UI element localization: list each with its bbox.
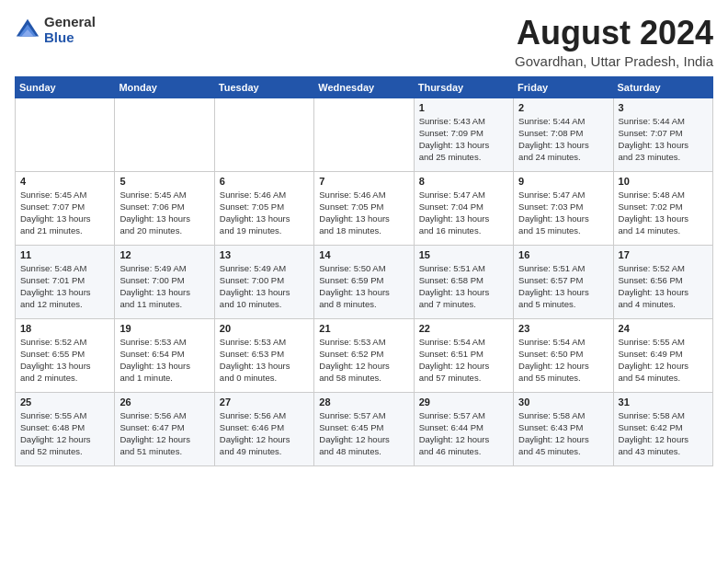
calendar-cell: 5Sunrise: 5:45 AMSunset: 7:06 PMDaylight… <box>115 171 214 245</box>
calendar-header: SundayMondayTuesdayWednesdayThursdayFrid… <box>16 76 713 98</box>
day-info: Sunrise: 5:44 AMSunset: 7:08 PMDaylight:… <box>518 115 608 164</box>
header-cell-thursday: Thursday <box>414 76 513 98</box>
day-number: 7 <box>319 176 408 187</box>
calendar-cell: 25Sunrise: 5:55 AMSunset: 6:48 PMDayligh… <box>16 392 115 465</box>
day-number: 21 <box>319 323 408 334</box>
calendar-cell <box>115 98 214 171</box>
day-info: Sunrise: 5:58 AMSunset: 6:42 PMDaylight:… <box>619 409 708 458</box>
day-info: Sunrise: 5:53 AMSunset: 6:52 PMDaylight:… <box>319 336 408 385</box>
day-number: 24 <box>619 323 708 334</box>
day-number: 1 <box>419 102 508 113</box>
day-number: 13 <box>220 249 309 260</box>
day-info: Sunrise: 5:51 AMSunset: 6:58 PMDaylight:… <box>419 262 508 311</box>
title-block: August 2024 Govardhan, Uttar Pradesh, In… <box>515 15 713 69</box>
day-info: Sunrise: 5:55 AMSunset: 6:49 PMDaylight:… <box>619 336 708 385</box>
calendar-cell: 27Sunrise: 5:56 AMSunset: 6:46 PMDayligh… <box>214 392 313 465</box>
day-info: Sunrise: 5:46 AMSunset: 7:05 PMDaylight:… <box>220 189 309 237</box>
day-info: Sunrise: 5:52 AMSunset: 6:56 PMDaylight:… <box>619 262 708 311</box>
day-info: Sunrise: 5:43 AMSunset: 7:09 PMDaylight:… <box>419 115 508 164</box>
calendar-cell: 9Sunrise: 5:47 AMSunset: 7:03 PMDaylight… <box>514 171 613 245</box>
calendar-week-row: 11Sunrise: 5:48 AMSunset: 7:01 PMDayligh… <box>16 245 713 318</box>
calendar-cell <box>214 98 313 171</box>
calendar-cell: 30Sunrise: 5:58 AMSunset: 6:43 PMDayligh… <box>514 392 613 465</box>
day-info: Sunrise: 5:45 AMSunset: 7:06 PMDaylight:… <box>119 189 209 237</box>
header-cell-monday: Monday <box>115 76 214 98</box>
logo-general: General <box>44 15 96 30</box>
calendar-cell <box>16 98 115 171</box>
month-year-title: August 2024 <box>515 15 713 52</box>
day-info: Sunrise: 5:50 AMSunset: 6:59 PMDaylight:… <box>319 262 408 311</box>
day-number: 9 <box>518 176 608 187</box>
header-cell-wednesday: Wednesday <box>314 76 414 98</box>
calendar-cell: 7Sunrise: 5:46 AMSunset: 7:05 PMDaylight… <box>314 171 414 245</box>
calendar-cell: 11Sunrise: 5:48 AMSunset: 7:01 PMDayligh… <box>16 245 115 318</box>
calendar-cell: 2Sunrise: 5:44 AMSunset: 7:08 PMDaylight… <box>514 98 613 171</box>
calendar-cell: 6Sunrise: 5:46 AMSunset: 7:05 PMDaylight… <box>214 171 313 245</box>
day-number: 2 <box>518 102 608 113</box>
day-number: 28 <box>319 396 408 408</box>
calendar-cell: 1Sunrise: 5:43 AMSunset: 7:09 PMDaylight… <box>414 98 513 171</box>
day-info: Sunrise: 5:46 AMSunset: 7:05 PMDaylight:… <box>319 189 408 237</box>
calendar-cell: 15Sunrise: 5:51 AMSunset: 6:58 PMDayligh… <box>414 245 513 318</box>
logo-blue: Blue <box>44 30 96 46</box>
day-info: Sunrise: 5:56 AMSunset: 6:47 PMDaylight:… <box>119 409 209 458</box>
day-number: 11 <box>20 249 109 260</box>
day-number: 16 <box>518 249 608 260</box>
logo-icon <box>15 17 40 43</box>
calendar-cell: 18Sunrise: 5:52 AMSunset: 6:55 PMDayligh… <box>16 318 115 392</box>
day-info: Sunrise: 5:55 AMSunset: 6:48 PMDaylight:… <box>20 409 109 458</box>
calendar-cell: 14Sunrise: 5:50 AMSunset: 6:59 PMDayligh… <box>314 245 414 318</box>
day-info: Sunrise: 5:49 AMSunset: 7:00 PMDaylight:… <box>119 262 209 311</box>
calendar-week-row: 4Sunrise: 5:45 AMSunset: 7:07 PMDaylight… <box>16 171 713 245</box>
day-number: 3 <box>619 102 708 113</box>
calendar-cell: 8Sunrise: 5:47 AMSunset: 7:04 PMDaylight… <box>414 171 513 245</box>
day-info: Sunrise: 5:48 AMSunset: 7:02 PMDaylight:… <box>619 189 708 237</box>
calendar-cell: 21Sunrise: 5:53 AMSunset: 6:52 PMDayligh… <box>314 318 414 392</box>
day-number: 4 <box>20 176 109 187</box>
day-number: 8 <box>419 176 508 187</box>
calendar-cell: 22Sunrise: 5:54 AMSunset: 6:51 PMDayligh… <box>414 318 513 392</box>
calendar-cell: 10Sunrise: 5:48 AMSunset: 7:02 PMDayligh… <box>613 171 712 245</box>
day-number: 17 <box>619 249 708 260</box>
day-info: Sunrise: 5:45 AMSunset: 7:07 PMDaylight:… <box>20 189 109 237</box>
header-cell-tuesday: Tuesday <box>214 76 313 98</box>
day-info: Sunrise: 5:47 AMSunset: 7:04 PMDaylight:… <box>419 189 508 237</box>
calendar-cell: 26Sunrise: 5:56 AMSunset: 6:47 PMDayligh… <box>115 392 214 465</box>
day-number: 30 <box>518 396 608 408</box>
calendar-cell: 3Sunrise: 5:44 AMSunset: 7:07 PMDaylight… <box>613 98 712 171</box>
day-number: 12 <box>119 249 209 260</box>
day-info: Sunrise: 5:52 AMSunset: 6:55 PMDaylight:… <box>20 336 109 385</box>
calendar-cell: 13Sunrise: 5:49 AMSunset: 7:00 PMDayligh… <box>214 245 313 318</box>
calendar-cell: 19Sunrise: 5:53 AMSunset: 6:54 PMDayligh… <box>115 318 214 392</box>
calendar-cell: 28Sunrise: 5:57 AMSunset: 6:45 PMDayligh… <box>314 392 414 465</box>
calendar-cell <box>314 98 414 171</box>
calendar-cell: 24Sunrise: 5:55 AMSunset: 6:49 PMDayligh… <box>613 318 712 392</box>
calendar-cell: 23Sunrise: 5:54 AMSunset: 6:50 PMDayligh… <box>514 318 613 392</box>
day-number: 5 <box>119 176 209 187</box>
day-number: 22 <box>419 323 508 334</box>
logo: General Blue <box>15 15 96 45</box>
page-header: General Blue August 2024 Govardhan, Utta… <box>15 15 713 69</box>
calendar-body: 1Sunrise: 5:43 AMSunset: 7:09 PMDaylight… <box>16 98 713 465</box>
day-number: 10 <box>619 176 708 187</box>
day-number: 23 <box>518 323 608 334</box>
day-number: 26 <box>119 396 209 408</box>
day-number: 18 <box>20 323 109 334</box>
day-number: 31 <box>619 396 708 408</box>
header-cell-saturday: Saturday <box>613 76 712 98</box>
day-number: 20 <box>220 323 309 334</box>
calendar-table: SundayMondayTuesdayWednesdayThursdayFrid… <box>15 76 713 466</box>
day-info: Sunrise: 5:48 AMSunset: 7:01 PMDaylight:… <box>20 262 109 311</box>
calendar-week-row: 1Sunrise: 5:43 AMSunset: 7:09 PMDaylight… <box>16 98 713 171</box>
day-info: Sunrise: 5:53 AMSunset: 6:54 PMDaylight:… <box>119 336 209 385</box>
header-cell-sunday: Sunday <box>16 76 115 98</box>
calendar-cell: 16Sunrise: 5:51 AMSunset: 6:57 PMDayligh… <box>514 245 613 318</box>
day-number: 19 <box>119 323 209 334</box>
day-info: Sunrise: 5:44 AMSunset: 7:07 PMDaylight:… <box>619 115 708 164</box>
calendar-cell: 31Sunrise: 5:58 AMSunset: 6:42 PMDayligh… <box>613 392 712 465</box>
day-info: Sunrise: 5:57 AMSunset: 6:44 PMDaylight:… <box>419 409 508 458</box>
location-subtitle: Govardhan, Uttar Pradesh, India <box>515 53 713 69</box>
day-info: Sunrise: 5:57 AMSunset: 6:45 PMDaylight:… <box>319 409 408 458</box>
calendar-cell: 12Sunrise: 5:49 AMSunset: 7:00 PMDayligh… <box>115 245 214 318</box>
day-info: Sunrise: 5:49 AMSunset: 7:00 PMDaylight:… <box>220 262 309 311</box>
